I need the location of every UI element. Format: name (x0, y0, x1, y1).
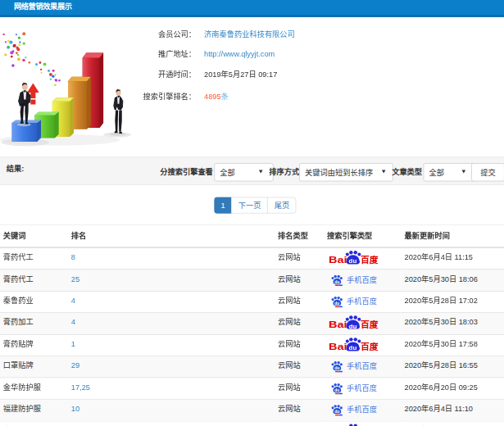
svg-text:du: du (334, 387, 339, 392)
svg-text:du: du (334, 279, 339, 284)
svg-text:手机百度: 手机百度 (347, 362, 377, 371)
svg-text:手机百度: 手机百度 (347, 406, 377, 415)
svg-text:百度: 百度 (361, 320, 379, 329)
svg-text:Bai: Bai (329, 320, 347, 330)
svg-text:du: du (349, 257, 357, 265)
svg-text:Bai: Bai (329, 341, 347, 351)
svg-text:du: du (334, 301, 339, 306)
svg-text:百度: 百度 (361, 255, 379, 265)
svg-text:手机百度: 手机百度 (347, 275, 377, 284)
svg-text:手机百度: 手机百度 (347, 297, 377, 306)
svg-text:du: du (334, 409, 339, 414)
svg-text:du: du (334, 366, 339, 371)
svg-text:手机百度: 手机百度 (347, 383, 377, 392)
svg-text:du: du (349, 323, 357, 330)
svg-text:Bai: Bai (329, 254, 347, 265)
svg-text:百度: 百度 (361, 341, 379, 351)
svg-text:du: du (349, 344, 357, 351)
